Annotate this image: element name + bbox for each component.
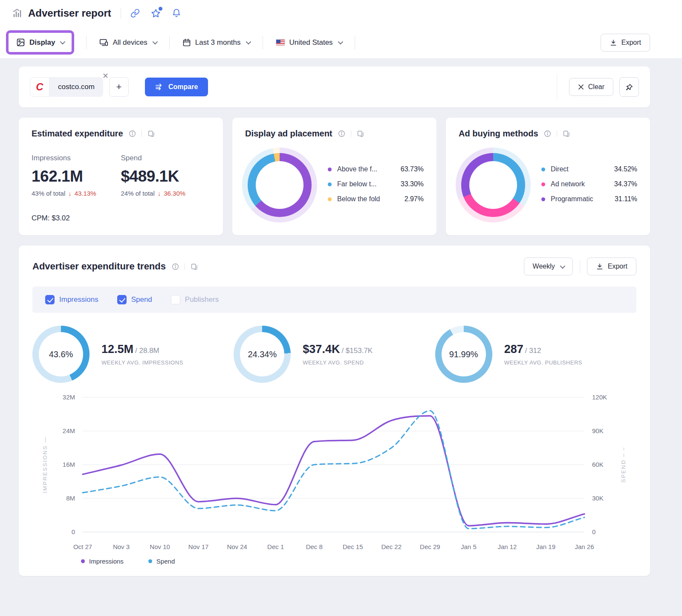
export-label: Export [621,39,641,46]
publishers-gauge: 91.99% 287/ 312 WEEKLY AVG. PUBLISHERS [435,326,636,383]
divider [557,130,557,137]
download-icon [596,263,604,270]
ad-type-display-dropdown[interactable]: Display [9,34,71,51]
download-icon [610,39,617,46]
share-link-icon[interactable] [130,9,140,18]
devices-dropdown[interactable]: All devices [92,34,163,51]
header-divider [121,8,121,19]
impressions-checkbox[interactable]: Impressions [45,295,98,304]
legend-row: Ad network 34.37% [541,180,637,188]
trends-line-chart: 008M30K16M60K24M90K32M120KIMPRESSIONS —S… [32,390,636,565]
checkbox-icon [45,295,55,304]
bell-icon[interactable] [172,9,181,18]
copy-icon[interactable] [147,130,155,137]
svg-text:Dec 8: Dec 8 [306,543,323,550]
impressions-change: 43.13% [75,190,96,197]
legend-dot [148,559,152,563]
checkbox-icon [117,295,127,304]
chevron-down-icon [152,39,158,45]
legend-item-impressions: Impressions [81,558,124,565]
card-title: Display ad placement [245,129,332,139]
clear-button[interactable]: Clear [569,78,613,96]
info-icon[interactable] [544,130,551,137]
export-button[interactable]: Export [601,34,650,52]
trends-export-button[interactable]: Export [587,257,636,275]
highlight-annotation: Display [6,30,74,55]
date-range-dropdown[interactable]: Last 3 months [176,34,257,51]
legend-item-spend: Spend [148,558,175,565]
chevron-down-icon [560,263,565,269]
info-icon[interactable] [172,263,179,270]
svg-text:Jan 19: Jan 19 [536,543,555,550]
region-dropdown[interactable]: United States [269,34,349,51]
page-title: Advertiser report [28,7,111,19]
toolbar-divider [263,36,263,49]
info-icon[interactable] [338,130,345,137]
legend-label: Direct [551,165,569,173]
clear-label: Clear [588,83,604,91]
legend-row: Direct 34.52% [541,165,637,173]
impressions-value: 162.1M [32,168,121,185]
svg-text:0: 0 [592,528,595,535]
svg-text:Nov 10: Nov 10 [150,543,170,550]
copy-icon[interactable] [563,130,570,137]
gauge-total: / 312 [525,347,541,355]
gauge-total: / 28.8M [135,347,159,355]
info-icon[interactable] [129,130,136,137]
copy-icon[interactable] [191,263,198,270]
gauge-percent: 43.6% [32,326,90,383]
svg-text:16M: 16M [63,461,75,468]
remove-domain-icon[interactable] [102,72,109,79]
devices-label: All devices [113,38,147,47]
period-label: Weekly [533,263,555,270]
ad-buying-methods-card: Ad buying methods [446,118,650,235]
svg-text:SPEND – –: SPEND – – [620,447,627,483]
expenditure-trends-card: Advertiser expenditure trends Weekly [19,246,650,576]
favorite-star-icon[interactable] [151,9,161,18]
period-dropdown[interactable]: Weekly [524,257,573,275]
gauge-total: / $153.7K [341,347,373,355]
app-header: Advertiser report [0,0,682,26]
pin-button[interactable] [619,77,639,97]
donut-ring [248,153,312,217]
gauge-caption: WEEKLY AVG. SPEND [303,359,373,366]
svg-text:Dec 15: Dec 15 [343,543,363,550]
line-chart-svg: 008M30K16M60K24M90K32M120KIMPRESSIONS —S… [32,390,636,556]
legend-label: Spend [156,558,175,565]
gauge-ring: 24.34% [234,326,291,383]
series-filter-band: Impressions Spend Publishers [32,286,636,313]
svg-text:Dec 29: Dec 29 [420,543,440,550]
svg-text:Nov 17: Nov 17 [188,543,209,550]
add-domain-button[interactable]: + [109,77,129,97]
legend-label: Above the f... [337,165,377,173]
checkbox-label: Spend [131,295,152,304]
toolbar-divider [169,36,170,49]
legend-label: Below the fold [337,195,380,203]
chart-legend: Impressions Spend [32,558,636,565]
legend-dot [541,182,545,186]
svg-text:32M: 32M [63,393,75,401]
metric-label: Spend [121,154,211,162]
spend-share: 24% of total [121,190,155,197]
compare-button[interactable]: Compare [145,78,208,96]
card-title: Ad buying methods [459,129,538,139]
spend-metric: Spend $489.1K 24% of total ↓ 36.30% [121,154,211,197]
svg-text:0: 0 [72,528,75,535]
domain-chip[interactable]: C costco.com [30,77,103,97]
legend-row: Far below t... 33.30% [328,180,424,188]
export-label: Export [608,263,627,270]
spend-checkbox[interactable]: Spend [117,295,152,304]
copy-icon[interactable] [357,130,364,137]
donut-ring [461,153,525,217]
toolbar-divider [86,36,87,49]
domain-chip-label: costco.com [49,77,103,97]
costco-logo: C [30,77,49,97]
publishers-checkbox[interactable]: Publishers [171,295,219,304]
legend-row: Below the fold 2.97% [328,195,424,203]
svg-text:Jan 5: Jan 5 [461,543,477,550]
metric-label: Impressions [32,154,121,162]
gauge-value: 287 [504,343,523,356]
domain-compare-bar: C costco.com + Compare [19,67,650,107]
compare-label: Compare [168,83,198,91]
impressions-gauge: 43.6% 12.5M/ 28.8M WEEKLY AVG. IMPRESSIO… [32,326,234,383]
